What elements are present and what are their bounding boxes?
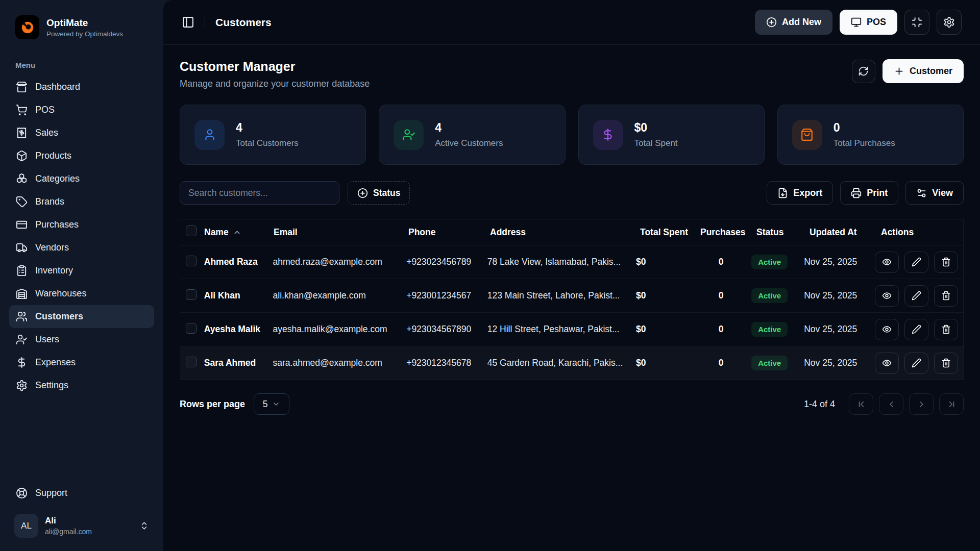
edit-row-button[interactable] xyxy=(904,353,928,374)
sidebar-item-pos[interactable]: POS xyxy=(9,98,154,121)
delete-row-button[interactable] xyxy=(934,319,958,340)
minimize-icon xyxy=(911,16,923,28)
settings-button[interactable] xyxy=(937,10,962,35)
view-row-button[interactable] xyxy=(875,319,899,340)
print-button[interactable]: Print xyxy=(840,181,898,205)
sidebar-item-label: Purchases xyxy=(35,219,79,230)
export-button[interactable]: Export xyxy=(767,181,833,205)
customer-phone: +923034567890 xyxy=(406,324,487,335)
customer-purchases: 0 xyxy=(696,290,751,301)
trash-icon xyxy=(941,324,951,334)
sidebar-item-dashboard[interactable]: Dashboard xyxy=(9,76,154,98)
sidebar-toggle-button[interactable] xyxy=(182,16,194,29)
table-row[interactable]: Ali Khan ali.khan@example.com +923001234… xyxy=(180,279,963,313)
view-row-button[interactable] xyxy=(875,252,899,273)
sidebar-item-categories[interactable]: Categories xyxy=(9,167,154,190)
last-page-button[interactable] xyxy=(939,393,964,415)
gear-icon xyxy=(16,380,28,391)
monitor-icon xyxy=(851,17,862,28)
row-checkbox[interactable] xyxy=(186,323,197,334)
row-checkbox[interactable] xyxy=(186,357,197,367)
row-checkbox[interactable] xyxy=(186,289,197,300)
row-checkbox[interactable] xyxy=(186,256,197,266)
sidebar-item-inventory[interactable]: Inventory xyxy=(9,259,154,282)
delete-row-button[interactable] xyxy=(934,285,958,307)
clipboard-icon xyxy=(16,265,28,277)
select-all-checkbox[interactable] xyxy=(186,226,197,236)
pencil-icon xyxy=(912,358,921,368)
view-row-button[interactable] xyxy=(875,353,899,374)
main-panel: Customers Add New POS Customer Manager M… xyxy=(163,0,980,551)
customer-total-spent: $0 xyxy=(636,290,696,301)
edit-row-button[interactable] xyxy=(904,252,928,273)
delete-row-button[interactable] xyxy=(934,252,958,273)
status-filter-button[interactable]: Status xyxy=(348,181,410,205)
sidebar: OptiMate Powered by Optimaldevs Menu Das… xyxy=(0,0,163,551)
sidebar-item-purchases[interactable]: Purchases xyxy=(9,213,154,236)
rows-per-page-select[interactable]: 5 xyxy=(254,393,289,415)
add-customer-button[interactable]: Customer xyxy=(883,59,964,83)
chevron-first-icon xyxy=(856,399,866,409)
plus-circle-icon xyxy=(357,188,368,198)
sidebar-item-customers[interactable]: Customers xyxy=(9,305,154,328)
sidebar-item-vendors[interactable]: Vendors xyxy=(9,236,154,259)
status-badge: Active xyxy=(751,255,788,269)
status-badge: Active xyxy=(751,356,788,370)
sidebar-item-expenses[interactable]: Expenses xyxy=(9,351,154,374)
stat-label: Total Customers xyxy=(236,138,299,148)
stat-card-total-spent: $0 Total Spent xyxy=(578,105,765,165)
sidebar-item-sales[interactable]: Sales xyxy=(9,121,154,144)
eye-icon xyxy=(882,324,892,334)
customer-total-spent: $0 xyxy=(636,358,696,368)
sidebar-item-warehouses[interactable]: Warehouses xyxy=(9,282,154,305)
chevron-last-icon xyxy=(947,399,957,409)
minimize-button[interactable] xyxy=(904,10,929,35)
next-page-button[interactable] xyxy=(909,393,934,415)
page-title: Customer Manager xyxy=(180,59,370,74)
view-button[interactable]: View xyxy=(905,181,964,205)
first-page-button[interactable] xyxy=(849,393,873,415)
sidebar-item-brands[interactable]: Brands xyxy=(9,190,154,213)
add-new-button[interactable]: Add New xyxy=(755,10,832,35)
sidebar-item-label: Settings xyxy=(35,380,68,391)
edit-row-button[interactable] xyxy=(904,319,928,340)
sidebar-item-support[interactable]: Support xyxy=(9,482,154,505)
eye-icon xyxy=(882,291,892,300)
refresh-button[interactable] xyxy=(852,60,875,83)
search-input[interactable] xyxy=(180,181,339,205)
stat-card-total-customers: 4 Total Customers xyxy=(180,105,366,165)
sidebar-item-settings[interactable]: Settings xyxy=(9,374,154,397)
customer-updated-at: Nov 25, 2025 xyxy=(804,358,875,368)
customer-updated-at: Nov 25, 2025 xyxy=(804,257,875,267)
customer-phone: +923012345678 xyxy=(406,358,487,368)
table-row[interactable]: Sara Ahmed sara.ahmed@example.com +92301… xyxy=(180,346,963,380)
package-icon xyxy=(16,150,28,162)
export-label: Export xyxy=(793,188,822,198)
menu-section-label: Menu xyxy=(0,42,163,76)
delete-row-button[interactable] xyxy=(934,353,958,374)
previous-page-button[interactable] xyxy=(879,393,903,415)
customer-purchases: 0 xyxy=(696,257,751,267)
receipt-icon xyxy=(16,127,28,139)
edit-row-button[interactable] xyxy=(904,285,928,307)
column-header-name[interactable]: Name xyxy=(204,227,274,238)
user-check-icon xyxy=(16,334,28,345)
user-check-icon xyxy=(394,120,424,150)
stat-card-active-customers: 4 Active Customers xyxy=(379,105,565,165)
sidebar-item-label: Brands xyxy=(35,196,64,207)
sidebar-item-users[interactable]: Users xyxy=(9,328,154,351)
view-row-button[interactable] xyxy=(875,285,899,307)
chevrons-up-down-icon xyxy=(139,521,149,531)
credit-card-icon xyxy=(16,219,28,231)
pencil-icon xyxy=(912,324,921,334)
column-header-address: Address xyxy=(490,227,640,238)
store-icon xyxy=(16,81,28,93)
table-row[interactable]: Ahmed Raza ahmed.raza@example.com +92302… xyxy=(180,245,963,279)
sort-asc-icon xyxy=(233,228,241,237)
user-menu[interactable]: AL Ali ali@gmail.com xyxy=(9,511,154,541)
table-row[interactable]: Ayesha Malik ayesha.malik@example.com +9… xyxy=(180,313,963,346)
sidebar-item-products[interactable]: Products xyxy=(9,144,154,167)
pos-button[interactable]: POS xyxy=(840,10,897,35)
customer-name: Ahmed Raza xyxy=(204,257,273,267)
status-badge: Active xyxy=(751,288,788,303)
